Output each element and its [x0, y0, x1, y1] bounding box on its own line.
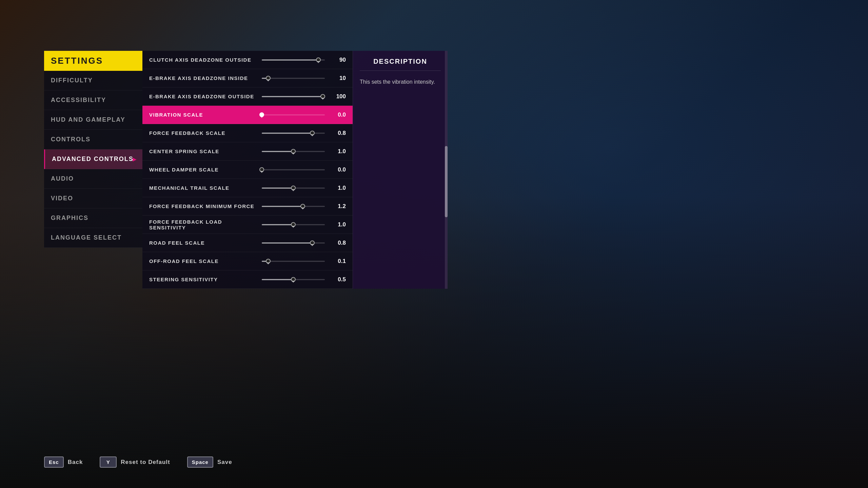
settings-row-ebrake-outside[interactable]: E-BRAKE AXIS DEADZONE OUTSIDE100 — [142, 87, 353, 106]
slider-force-feedback-scale[interactable] — [262, 132, 325, 134]
label-ff-min-force: FORCE FEEDBACK MINIMUM FORCE — [149, 203, 258, 209]
sidebar-item-advanced-controls[interactable]: ADVANCED CONTROLS — [44, 149, 142, 169]
description-panel: DESCRIPTION This sets the vibration inte… — [353, 51, 448, 289]
bottom-bar: EscBackYReset to DefaultSpaceSave — [44, 456, 232, 468]
slider-fill-road-feel — [262, 242, 312, 243]
sidebar-item-difficulty[interactable]: DIFFICULTY — [44, 71, 142, 90]
slider-wheel-damper-scale[interactable] — [262, 169, 325, 171]
settings-title: SETTINGS — [44, 51, 142, 71]
slider-marker-center-spring-scale — [292, 152, 295, 155]
settings-row-wheel-damper-scale[interactable]: WHEEL DAMPER SCALE0.0 — [142, 161, 353, 179]
settings-row-ff-min-force[interactable]: FORCE FEEDBACK MINIMUM FORCE1.2 — [142, 197, 353, 216]
settings-row-center-spring-scale[interactable]: CENTER SPRING SCALE1.0 — [142, 142, 353, 161]
slider-marker-ff-min-force — [301, 207, 304, 209]
value-ebrake-outside: 100 — [329, 93, 346, 100]
slider-marker-wheel-damper-scale — [260, 171, 263, 173]
slider-fill-steering-sensitivity — [262, 279, 293, 280]
sidebar-item-video[interactable]: VIDEO — [44, 189, 142, 208]
value-road-feel: 0.8 — [329, 240, 346, 246]
btn-label-space-save: Save — [217, 459, 232, 466]
slider-fill-clutch-outside — [262, 59, 318, 60]
bottom-btn-y-reset[interactable]: YReset to Default — [100, 456, 170, 468]
label-mechanical-trail: MECHANICAL TRAIL SCALE — [149, 185, 258, 191]
label-wheel-damper-scale: WHEEL DAMPER SCALE — [149, 167, 258, 172]
slider-track-road-feel — [262, 242, 325, 243]
slider-clutch-outside[interactable] — [262, 59, 325, 61]
slider-mechanical-trail[interactable] — [262, 187, 325, 189]
slider-road-feel[interactable] — [262, 242, 325, 244]
slider-fill-mechanical-trail — [262, 187, 293, 188]
value-ff-load-sensitivity: 1.0 — [329, 221, 346, 228]
label-ff-load-sensitivity: FORCE FEEDBACK LOAD SENSITIVITY — [149, 219, 258, 230]
label-offroad-feel: OFF-ROAD FEEL SCALE — [149, 258, 258, 264]
slider-ff-min-force[interactable] — [262, 205, 325, 207]
slider-track-steering-sensitivity — [262, 279, 325, 280]
settings-row-force-feedback-scale[interactable]: FORCE FEEDBACK SCALE0.8 — [142, 124, 353, 142]
label-force-feedback-scale: FORCE FEEDBACK SCALE — [149, 130, 258, 136]
slider-track-ff-min-force — [262, 206, 325, 207]
settings-row-steering-sensitivity[interactable]: STEERING SENSITIVITY0.5 — [142, 270, 353, 289]
sidebar-item-accessibility[interactable]: ACCESSIBILITY — [44, 90, 142, 110]
bottom-btn-esc-back[interactable]: EscBack — [44, 456, 83, 468]
content-wrapper: CLUTCH AXIS DEADZONE OUTSIDE90E-BRAKE AX… — [142, 51, 448, 289]
value-wheel-damper-scale: 0.0 — [329, 166, 346, 173]
slider-marker-ebrake-outside — [321, 98, 324, 100]
label-vibration-scale: VIBRATION SCALE — [149, 112, 258, 118]
sidebar-item-graphics[interactable]: GRAPHICS — [44, 208, 142, 228]
slider-fill-ff-min-force — [262, 206, 303, 207]
btn-key-esc-back: Esc — [44, 456, 64, 468]
btn-label-esc-back: Back — [68, 459, 83, 466]
settings-row-road-feel[interactable]: ROAD FEEL SCALE0.8 — [142, 234, 353, 252]
slider-steering-sensitivity[interactable] — [262, 279, 325, 281]
sidebar-menu: DIFFICULTYACCESSIBILITYHUD AND GAMEPLAYC… — [44, 71, 142, 248]
label-ebrake-outside: E-BRAKE AXIS DEADZONE OUTSIDE — [149, 94, 258, 99]
slider-track-offroad-feel — [262, 261, 325, 262]
btn-label-y-reset: Reset to Default — [121, 459, 170, 466]
value-clutch-outside: 90 — [329, 57, 346, 63]
slider-track-mechanical-trail — [262, 187, 325, 188]
slider-ff-load-sensitivity[interactable] — [262, 224, 325, 226]
btn-key-y-reset: Y — [100, 456, 117, 468]
sidebar: SETTINGS DIFFICULTYACCESSIBILITYHUD AND … — [44, 51, 142, 289]
label-ebrake-inside: E-BRAKE AXIS DEADZONE INSIDE — [149, 75, 258, 81]
main-container: SETTINGS DIFFICULTYACCESSIBILITYHUD AND … — [44, 51, 451, 289]
settings-row-clutch-outside[interactable]: CLUTCH AXIS DEADZONE OUTSIDE90 — [142, 51, 353, 69]
slider-track-ebrake-outside — [262, 96, 325, 97]
slider-track-force-feedback-scale — [262, 133, 325, 134]
slider-marker-clutch-outside — [317, 61, 320, 63]
settings-row-mechanical-trail[interactable]: MECHANICAL TRAIL SCALE1.0 — [142, 179, 353, 197]
slider-marker-mechanical-trail — [292, 189, 295, 191]
label-clutch-outside: CLUTCH AXIS DEADZONE OUTSIDE — [149, 57, 258, 63]
btn-key-space-save: Space — [187, 456, 213, 468]
sidebar-item-hud-gameplay[interactable]: HUD AND GAMEPLAY — [44, 110, 142, 130]
scrollbar[interactable] — [445, 51, 448, 289]
slider-marker-force-feedback-scale — [311, 134, 314, 136]
slider-marker-steering-sensitivity — [292, 281, 295, 283]
settings-row-ebrake-inside[interactable]: E-BRAKE AXIS DEADZONE INSIDE10 — [142, 69, 353, 87]
slider-track-clutch-outside — [262, 59, 325, 60]
sidebar-item-audio[interactable]: AUDIO — [44, 169, 142, 189]
settings-row-ff-load-sensitivity[interactable]: FORCE FEEDBACK LOAD SENSITIVITY1.0 — [142, 216, 353, 234]
slider-ebrake-inside[interactable] — [262, 77, 325, 79]
settings-row-offroad-feel[interactable]: OFF-ROAD FEEL SCALE0.1 — [142, 252, 353, 270]
sidebar-item-language-select[interactable]: LANGUAGE SELECT — [44, 228, 142, 248]
value-steering-sensitivity: 0.5 — [329, 276, 346, 283]
slider-center-spring-scale[interactable] — [262, 150, 325, 152]
value-vibration-scale: 0.0 — [329, 111, 346, 118]
value-force-feedback-scale: 0.8 — [329, 130, 346, 137]
slider-fill-ff-load-sensitivity — [262, 224, 293, 225]
slider-marker-ff-load-sensitivity — [292, 226, 295, 228]
settings-row-vibration-scale[interactable]: VIBRATION SCALE0.0 — [142, 106, 353, 124]
description-text: This sets the vibration intensity. — [360, 78, 441, 86]
description-title: DESCRIPTION — [360, 58, 441, 71]
slider-offroad-feel[interactable] — [262, 260, 325, 262]
bottom-btn-space-save[interactable]: SpaceSave — [187, 456, 232, 468]
slider-ebrake-outside[interactable] — [262, 96, 325, 98]
sidebar-item-controls[interactable]: CONTROLS — [44, 130, 142, 149]
slider-track-ebrake-inside — [262, 78, 325, 79]
value-offroad-feel: 0.1 — [329, 258, 346, 265]
slider-vibration-scale[interactable] — [262, 114, 325, 116]
slider-marker-offroad-feel — [267, 262, 270, 264]
slider-marker-vibration-scale — [260, 116, 263, 118]
scroll-thumb[interactable] — [445, 146, 448, 218]
